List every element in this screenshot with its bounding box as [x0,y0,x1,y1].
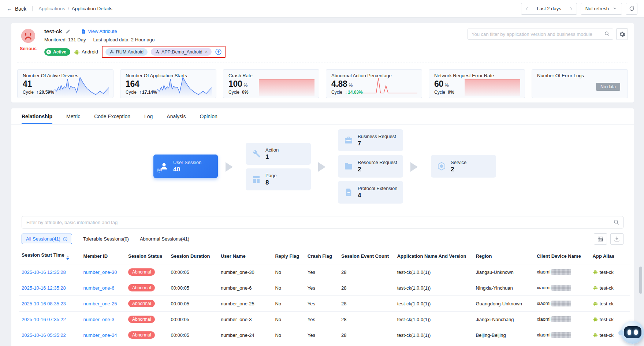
cube-icon [435,160,448,172]
metric-unit: % [243,83,247,88]
android-icon [593,301,598,306]
col-app-alias: App Alias [590,248,630,264]
range-next-button[interactable] [566,3,577,14]
session-start-link[interactable]: 2025-10-16 12:35:28 [22,285,66,291]
tab-opinion[interactable]: Opinion [200,114,217,124]
range-prev-button[interactable] [521,3,532,14]
metric-value: 60 [434,79,443,89]
metric-card-crash-rate[interactable]: Crash Rate 100% Cycle 0% [223,69,319,98]
region: Guangdong-Maoming [473,343,534,346]
time-range-label[interactable]: Last 2 days [532,6,566,11]
diagram-node-service[interactable]: Service 2 [431,155,496,178]
region: Beijing-Beijing [473,327,534,343]
tab-analysis[interactable]: Analysis [167,114,186,124]
member-id-link[interactable]: number_one-3 [83,317,115,322]
session-start-link[interactable]: 2025-10-16 05:35:22 [22,332,66,338]
tab-relationship[interactable]: Relationship [22,114,52,124]
diagram-node-action[interactable]: Action 1 [246,143,311,165]
tab-all-sessions[interactable]: All Sessions(41) [22,234,72,244]
folder-icon [342,160,355,172]
metric-cards-row: Number Of Active Devices 41 Cycle ↑20.59… [17,69,628,98]
session-filter-input[interactable] [22,216,623,228]
info-icon[interactable] [63,237,68,242]
table-header-row: Session Start Time Member ID Session Sta… [19,248,630,264]
status-badge: Abnormal [128,331,155,339]
metric-card-application-starts[interactable]: Number Of Application Starts 164 Cycle ↑… [120,69,216,98]
reply-flag: No [272,264,304,280]
member-id-link[interactable]: number_one-30 [83,269,117,275]
tab-code-exception[interactable]: Code Exception [94,114,130,124]
member-id-link[interactable]: number_one-24 [83,332,117,338]
session-start-link[interactable]: 2025-10-16 12:35:28 [22,269,66,275]
n-badge-icon: N [157,168,162,172]
vertical-scrollbar[interactable] [639,267,642,294]
table-row[interactable]: 2025-10-16 08:35:23 number_one-25 Abnorm… [19,296,630,312]
filter-settings-button[interactable] [616,28,628,40]
refresh-mode-dropdown[interactable]: Not refresh [581,3,622,15]
page-layout-icon [250,173,263,186]
diagram-node-protocol-extension[interactable]: Protocol Extension 4 [338,181,403,204]
metric-card-active-devices[interactable]: Number Of Active Devices 41 Cycle ↑20.59… [17,69,113,98]
metric-card-network-error-rate[interactable]: Network Request Error Rate 60% Cycle 0% [429,69,525,98]
reply-flag: No [272,296,304,312]
edit-name-icon[interactable] [66,29,71,34]
metric-card-abnormal-action[interactable]: Abnormal Action Percentage 4.88% Cycle ↓… [326,69,422,98]
diagram-node-page[interactable]: Page 8 [246,168,311,190]
diagram-node-resource-request[interactable]: Resource Request 2 [338,155,403,178]
search-icon[interactable] [604,31,610,38]
tag-app-demo-android[interactable]: APP:Demo_Android × [151,48,212,56]
session-start-link[interactable]: 2025-10-16 07:35:22 [22,317,66,322]
tab-metric[interactable]: Metric [66,114,80,124]
session-event-count: 28 [338,343,394,346]
member-id-link[interactable]: number_one-25 [83,301,117,306]
crash-flag: Yes [305,343,338,346]
col-session-start-time[interactable]: Session Start Time [19,248,81,264]
table-row[interactable]: 2025-10-16 12:35:28 number_one-30 Abnorm… [19,264,630,280]
remove-tag-icon[interactable]: × [205,49,208,55]
column-settings-button[interactable] [594,233,607,245]
back-button[interactable]: ← Back [7,6,26,12]
table-row[interactable]: 2025-10-16 05:35:22 number_one-24 Abnorm… [19,327,630,343]
table-row[interactable]: 2025-10-15 19:35:23 number_one-17 Abnorm… [19,343,630,346]
detail-panel: Relationship Metric Code Exception Log A… [11,108,634,346]
app-name-version: test-ck(1.0.0(1)) [394,343,473,346]
diagram-node-user-session[interactable]: N User Session 40 [153,155,218,178]
add-tag-button[interactable] [215,48,222,55]
session-start-link[interactable]: 2025-10-16 08:35:23 [22,301,66,306]
assistant-robot-button[interactable] [621,321,644,344]
session-event-count: 28 [338,280,394,296]
status-badge: Active [44,48,70,56]
app-alias: test-ck [590,280,630,296]
user-name: number_one-30 [218,264,272,280]
tab-log[interactable]: Log [144,114,153,124]
version-filter-input[interactable] [468,29,613,40]
cycle-row: Cycle 0% [228,90,248,95]
flow-arrow-icon [226,162,233,172]
table-row[interactable]: 2025-10-16 07:35:22 number_one-3 Abnorma… [19,312,630,327]
member-id-link[interactable]: number_one-6 [83,285,115,291]
tab-abnormal-sessions[interactable]: Abnormal Sessions(41) [140,236,189,242]
view-attribute-link[interactable]: View Attribute [81,29,117,34]
wrench-icon [250,148,263,160]
session-duration: 00:00:05 [168,296,217,312]
tab-tolerable-sessions[interactable]: Tolerable Sessions(0) [83,236,129,242]
sort-control[interactable] [66,256,69,260]
app-alias: test-ck [590,343,630,346]
tag-rum-android[interactable]: RUM:Android [105,48,148,56]
cycle-row: Cycle ↓14.63% [331,90,363,95]
metric-title: Number Of Application Starts [126,73,211,78]
search-icon[interactable] [613,219,619,227]
client-device-name: xiaomi [534,327,590,343]
columns-icon [597,236,604,242]
session-tabs-row: All Sessions(41) Tolerable Sessions(0) A… [22,233,623,245]
metric-card-error-logs[interactable]: Number Of Error Logs No data [532,69,628,98]
refresh-button[interactable] [626,3,637,15]
app-name-version: test-ck(1.0.0(1)) [394,296,473,312]
back-arrow-icon: ← [7,6,12,12]
diagram-node-business-request[interactable]: Business Request 7 [338,129,403,151]
session-filter [22,216,623,228]
region: Ningxia-Yinchuan [473,280,534,296]
table-row[interactable]: 2025-10-16 12:35:28 number_one-6 Abnorma… [19,280,630,296]
download-button[interactable] [610,233,623,245]
breadcrumb-applications[interactable]: Applications [38,6,65,11]
